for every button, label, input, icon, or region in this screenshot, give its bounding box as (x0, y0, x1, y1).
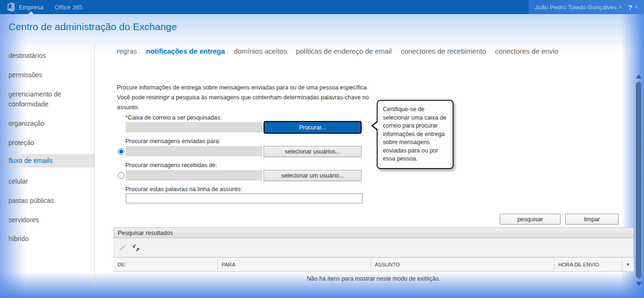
results-panel-header: Pesquisar resultados (114, 227, 634, 238)
results-toolbar (114, 238, 634, 257)
sidebar-item-celular[interactable]: celular (0, 175, 94, 188)
brand-tab-empresa[interactable]: Empresa (19, 0, 43, 14)
mailbox-help-callout: Certifique-se de selecionar uma caixa de… (377, 100, 454, 169)
tab-conectores-de-recebimento[interactable]: conectores de recebimento (401, 47, 486, 55)
sidebar-item-fluxo-de-emails[interactable]: fluxo de emails (0, 154, 94, 168)
chevron-down-icon: ▾ (619, 5, 622, 9)
sidebar-navigation: destinatários permissões gerenciamento d… (0, 42, 95, 287)
sidebar-item-protecao[interactable]: proteção (0, 136, 94, 150)
page-title: Centro de administração do Exchange (8, 21, 177, 32)
sent-to-input[interactable] (126, 146, 262, 156)
callout-text: Certifique-se de selecionar uma caixa de… (383, 106, 446, 162)
scrollbar-thumb[interactable] (636, 82, 641, 278)
sent-to-radio[interactable] (118, 148, 124, 155)
user-menu[interactable]: João Pedro Toledo Gonçalves ▾ (535, 4, 622, 11)
exchange-admin-center: Empresa Office 365 João Pedro Toledo Gon… (0, 0, 644, 298)
topbar-right-section: João Pedro Toledo Gonçalves ▾ ? ▾ (528, 0, 644, 14)
vertical-scrollbar (636, 74, 642, 286)
mailbox-input[interactable] (126, 122, 262, 132)
brand-tabs: Empresa Office 365 (19, 0, 83, 14)
results-table-header: DE: PARA ASSUNTO HORA DE ENVIO ▼ (114, 257, 634, 272)
clear-button[interactable]: limpar (565, 214, 619, 225)
sidebar-item-hibrido[interactable]: híbrido (0, 232, 94, 246)
results-title: Pesquisar resultados (118, 230, 173, 236)
edit-pencil-icon[interactable] (118, 244, 126, 252)
tab-dominios-aceitos[interactable]: domínios aceitos (234, 47, 287, 55)
user-name: João Pedro Toledo Gonçalves (535, 4, 617, 11)
received-from-radio[interactable] (118, 172, 124, 179)
chevron-down-icon: ▾ (635, 5, 637, 9)
received-from-input[interactable] (126, 170, 262, 180)
subject-label: Procurar estas palavras na linha de assu… (125, 186, 242, 193)
sidebar-item-permissoes[interactable]: permissões (0, 68, 94, 82)
help-icon: ? (628, 3, 632, 11)
subject-input[interactable] (126, 193, 363, 203)
column-header-hora-de-envio[interactable]: HORA DE ENVIO (554, 258, 622, 271)
sidebar-item-servidores[interactable]: servidores (0, 213, 94, 227)
office-logo-icon (6, 2, 16, 12)
sidebar-item-organizacao[interactable]: organização (0, 117, 94, 130)
select-user-button[interactable]: selecionar um usuário... (264, 170, 362, 181)
top-navigation-bar: Empresa Office 365 João Pedro Toledo Gon… (0, 0, 644, 14)
tab-regras[interactable]: regras (117, 47, 137, 55)
column-options-dropdown[interactable]: ▼ (622, 258, 634, 271)
sort-dropdown-icon: ▼ (626, 262, 630, 267)
section-tabs: regras notificações de entrega domínios … (117, 47, 558, 55)
empty-results-message: Não há itens para mostrar neste modo de … (114, 275, 634, 282)
help-menu[interactable]: ? ▾ (628, 3, 637, 11)
sidebar-item-destinatarios[interactable]: destinatários (0, 49, 94, 63)
sent-to-label: Procurar mensagens enviadas para: (125, 138, 221, 145)
refresh-icon[interactable] (132, 244, 140, 252)
column-header-assunto[interactable]: ASSUNTO (371, 258, 554, 271)
brand-tab-office365[interactable]: Office 365 (55, 0, 83, 14)
browse-button[interactable]: Procurar... (264, 121, 362, 134)
scroll-up-arrow-icon[interactable] (636, 74, 642, 79)
tab-notificacoes-de-entrega[interactable]: notificações de entrega (146, 47, 225, 55)
sidebar-item-pastas-publicas[interactable]: pastas públicas (0, 194, 94, 208)
mailbox-label: *Caixa de correio a ser pesquisadas: (125, 114, 222, 121)
received-from-label: Procurar mensagens recebidas de: (125, 162, 217, 169)
column-header-de[interactable]: DE: (114, 258, 218, 271)
tab-politicas-de-endereco[interactable]: políticas de endereço de email (296, 47, 392, 55)
column-header-para[interactable]: PARA (218, 258, 371, 271)
search-intro-text: Procure informações de entrega sobre men… (117, 83, 375, 113)
tab-conectores-de-envio[interactable]: conectores de envio (495, 47, 558, 55)
sidebar-item-gerenciamento-conformidade[interactable]: gerenciamento de conformidade (0, 88, 87, 111)
search-button[interactable]: pesquisar (500, 214, 561, 225)
scroll-down-arrow-icon[interactable] (636, 282, 642, 286)
select-users-button[interactable]: selecionar usuários... (264, 146, 362, 157)
